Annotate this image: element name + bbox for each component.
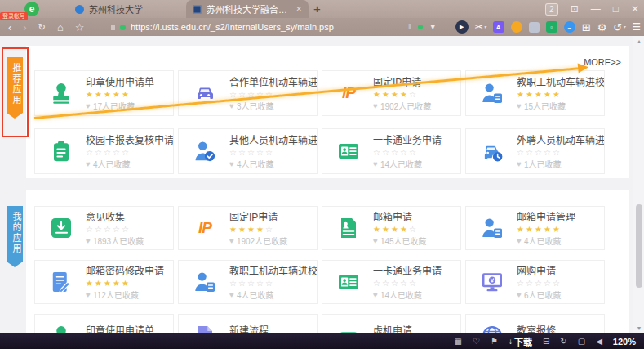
- refresh-button[interactable]: ↻: [38, 23, 46, 32]
- tab-portal-active[interactable]: 苏州科技大学融合门户 ✕: [186, 0, 309, 18]
- app-card[interactable]: 邮箱密码修改申请★★★★★♥112人已收藏: [34, 260, 174, 304]
- settings-gear-icon[interactable]: ⚙: [597, 22, 607, 33]
- heart-icon: ♥: [373, 290, 378, 299]
- speed-mode-icon[interactable]: ▶: [455, 20, 469, 34]
- wechat-extension-icon[interactable]: ▫: [546, 21, 557, 33]
- monitor-icon: [478, 268, 506, 296]
- secure-lock-icon: [120, 25, 126, 30]
- sync-icon[interactable]: ↻: [560, 338, 566, 346]
- clipboard-icon: [47, 137, 75, 165]
- cloud-extension-icon[interactable]: –: [564, 21, 575, 33]
- app-title: 意见收集: [86, 209, 144, 223]
- translate-extension-icon[interactable]: A: [493, 21, 504, 33]
- history-undo-icon[interactable]: ↺▾: [613, 22, 625, 33]
- heart-icon: ♥: [373, 159, 378, 168]
- app-card[interactable]: 教室报修☆☆☆☆☆: [465, 314, 605, 333]
- wallet-extension-icon[interactable]: [511, 21, 522, 33]
- person-doc-icon: [478, 214, 506, 242]
- heart-icon: ♥: [517, 101, 522, 110]
- speaker-icon[interactable]: ◀: [596, 338, 602, 346]
- scroll-up-icon[interactable]: ▲: [633, 38, 644, 44]
- app-card[interactable]: 外聘人员机动车辆进校...☆☆☆☆☆♥1人已收藏: [465, 128, 605, 174]
- app-card[interactable]: 新建流程☆☆☆☆☆: [178, 314, 318, 333]
- tab-count-badge[interactable]: 2: [545, 3, 558, 16]
- url-input[interactable]: https://i.usts.edu.cn/_s2/InternalUsers_…: [131, 22, 334, 32]
- tab-my-apps[interactable]: 我的应用: [7, 206, 23, 262]
- scroll-down-icon[interactable]: ▼: [633, 325, 644, 331]
- download-button[interactable]: ↓ 下载: [509, 335, 532, 348]
- heart-icon: ♥: [86, 101, 91, 110]
- favorite-star-icon[interactable]: ☆: [75, 22, 85, 33]
- app-card[interactable]: 一卡通业务申请☆☆☆☆☆♥14人已收藏: [322, 260, 461, 304]
- tab-close-icon[interactable]: ✕: [295, 5, 302, 13]
- minimize-button[interactable]: —: [591, 4, 601, 14]
- heart-icon: ♥: [517, 159, 522, 168]
- app-card[interactable]: 邮箱申请★★★★☆♥145人已收藏: [322, 206, 461, 250]
- app-card[interactable]: 邮箱申请管理★★★★★♥4人已收藏: [465, 206, 605, 250]
- heart-icon[interactable]: ♡: [473, 338, 480, 346]
- zoom-level[interactable]: 120%: [613, 337, 636, 347]
- app-title: 外聘人员机动车辆进校...: [517, 132, 604, 146]
- url-dropdown-icon[interactable]: ▼: [429, 23, 437, 31]
- app-card[interactable]: 印章使用申请单★★★★★♥17人已收藏: [34, 70, 174, 116]
- app-title: 合作单位机动车辆进校...: [229, 74, 317, 88]
- idcard-icon: [335, 137, 362, 165]
- app-card[interactable]: 意见收集☆☆☆☆☆♥1893人已收藏: [34, 206, 174, 250]
- heart-icon: ♥: [517, 236, 522, 245]
- doc-icon: [191, 322, 219, 333]
- app-card[interactable]: 虚机申请★★★★★: [322, 314, 461, 333]
- heart-icon: ♥: [86, 290, 91, 299]
- extensions-grid-icon[interactable]: ▦: [455, 338, 462, 346]
- screenshot-scissors-icon[interactable]: ✂▾: [475, 22, 486, 32]
- app-card[interactable]: 印章使用申请单★★★★★: [34, 314, 174, 333]
- menu-hamburger-icon[interactable]: ☰: [632, 22, 641, 32]
- maximize-button[interactable]: □: [613, 4, 619, 14]
- app-card[interactable]: 一卡通业务申请☆☆☆☆☆♥14人已收藏: [322, 128, 461, 174]
- app-card[interactable]: 网购申请☆☆☆☆☆♥6人已收藏: [465, 260, 605, 304]
- new-tab-button[interactable]: +: [313, 2, 321, 16]
- app-favorite-count: ♥112人已收藏: [86, 289, 164, 301]
- safety-dot-icon: [418, 25, 423, 29]
- back-button[interactable]: ‹: [8, 22, 11, 33]
- flag-icon[interactable]: ⚑: [491, 338, 498, 346]
- app-rating-stars: ☆☆☆☆☆: [86, 147, 173, 159]
- more-link[interactable]: MORE>>: [584, 57, 621, 67]
- home-button[interactable]: ⌂: [57, 22, 64, 33]
- forward-button[interactable]: ›: [23, 22, 26, 33]
- app-favorite-count: ♥1893人已收藏: [86, 235, 144, 247]
- app-favorite-count: ♥3人已收藏: [229, 100, 317, 112]
- app-rating-stars: ☆☆☆☆☆: [373, 278, 442, 289]
- person-check-icon: [191, 137, 219, 165]
- page-scrollbar[interactable]: ▲ ▼: [633, 36, 644, 333]
- app-title: 固定IP申请: [229, 209, 287, 223]
- app-card[interactable]: 其他人员机动车辆进校...☆☆☆☆☆♥4人已收藏: [178, 128, 318, 174]
- tab-favicon: [75, 5, 84, 14]
- app-rating-stars: ★★★★☆: [229, 224, 287, 235]
- app-title: 网购申请: [517, 263, 562, 277]
- heart-icon: ♥: [86, 236, 91, 245]
- app-card[interactable]: IP固定IP申请★★★★☆♥1902人已收藏: [178, 206, 318, 250]
- app-card[interactable]: 教职工机动车辆进校信...☆☆☆☆☆♥4人已收藏: [178, 260, 318, 304]
- heart-icon: ♥: [229, 236, 234, 245]
- notes-extension-icon[interactable]: [529, 22, 540, 33]
- app-favorite-count: ♥4人已收藏: [517, 235, 575, 247]
- scrollbar-thumb[interactable]: [636, 204, 642, 288]
- app-title: 一卡通业务申请: [373, 263, 442, 277]
- tab-university-home[interactable]: 苏州科技大学: [69, 0, 184, 18]
- login-account-badge[interactable]: 登录帐号: [0, 12, 28, 20]
- printer-icon[interactable]: ⊟: [543, 338, 549, 346]
- window-switch-icon[interactable]: ▢: [578, 338, 585, 346]
- close-button[interactable]: ✕: [631, 4, 639, 14]
- tab-list-icon[interactable]: ⊡: [571, 4, 579, 14]
- ip-icon: IP: [335, 79, 362, 107]
- inbox-icon: [47, 214, 75, 242]
- app-card[interactable]: 校园卡报表复核申请☆☆☆☆☆♥4人已收藏: [34, 128, 174, 174]
- reader-mode-icon[interactable]: ‖: [408, 23, 411, 31]
- apps-grid-icon[interactable]: ⊞: [582, 22, 591, 33]
- app-card[interactable]: IP固定IP申请★★★★☆♥1902人已收藏: [322, 70, 461, 116]
- app-title: 其他人员机动车辆进校...: [229, 132, 317, 146]
- app-title: 新建流程: [229, 323, 274, 333]
- site-info-icon[interactable]: [111, 25, 115, 30]
- heart-icon: ♥: [373, 101, 378, 110]
- app-rating-stars: ★★★★★: [86, 89, 154, 101]
